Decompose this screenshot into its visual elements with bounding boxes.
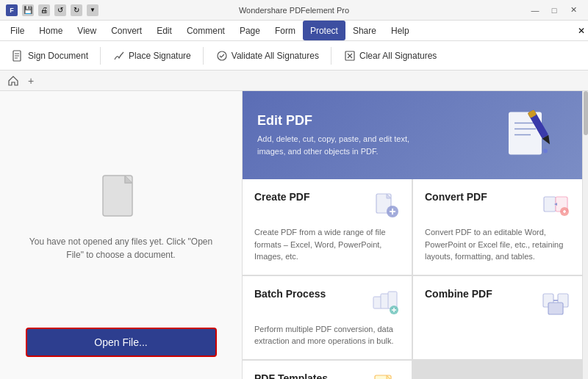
pdf-templates-header: PDF Templates — [254, 372, 400, 380]
menu-comment[interactable]: Comment — [179, 21, 232, 40]
create-pdf-icon — [370, 191, 400, 220]
menu-page[interactable]: Page — [232, 21, 268, 40]
maximize-button[interactable]: □ — [545, 4, 563, 17]
banner-description: Add, delete, cut, copy, paste, and edit … — [257, 133, 434, 157]
app-icon: F — [6, 4, 18, 16]
add-tab-button[interactable]: + — [24, 73, 38, 88]
menu-share[interactable]: Share — [345, 21, 384, 40]
toolbar-divider-2 — [203, 47, 204, 65]
clear-all-label: Clear All Signatures — [359, 51, 437, 61]
tab-bar: + — [0, 71, 588, 91]
toolbar-icon-2[interactable]: 🖨 — [38, 4, 50, 16]
open-file-button[interactable]: Open File... — [26, 328, 217, 357]
title-bar: F 💾 🖨 ↺ ↻ ▼ Wondershare PDFelement Pro —… — [0, 0, 588, 21]
empty-state-text: You have not opened any files yet. Click… — [26, 235, 217, 261]
left-panel: You have not opened any files yet. Click… — [0, 91, 243, 379]
toolbar-divider-1 — [100, 47, 101, 65]
svg-rect-21 — [544, 197, 556, 212]
pdf-templates-title: PDF Templates — [254, 372, 328, 380]
menu-help[interactable]: Help — [384, 21, 417, 40]
clear-all-button[interactable]: Clear All Signatures — [337, 44, 442, 68]
menu-bar: File Home View Convert Edit Comment Page… — [0, 21, 588, 41]
clear-sig-icon — [343, 49, 356, 62]
create-pdf-description: Create PDF from a wide range of file for… — [254, 226, 400, 263]
batch-process-icon — [370, 288, 400, 317]
home-tab-icon[interactable] — [6, 73, 21, 88]
toolbar-icon-3[interactable]: ↺ — [54, 4, 66, 16]
convert-pdf-title: Convert PDF — [425, 191, 487, 203]
create-pdf-card[interactable]: Create PDF Create PDF from a wide range … — [243, 179, 412, 275]
menu-protect[interactable]: Protect — [303, 21, 345, 40]
validate-icon — [215, 49, 229, 62]
scrollbar-thumb[interactable] — [584, 91, 588, 135]
menu-view[interactable]: View — [70, 21, 104, 40]
batch-process-header: Batch Process — [254, 288, 400, 317]
right-panel: Edit PDF Add, delete, cut, copy, paste, … — [243, 91, 582, 379]
create-pdf-header: Create PDF — [254, 191, 400, 220]
place-signature-label: Place Signature — [129, 51, 191, 61]
batch-process-card[interactable]: Batch Process Perform multiple PDF conve… — [243, 276, 412, 359]
toolbar-icon-4[interactable]: ↻ — [71, 4, 82, 16]
cards-grid: Create PDF Create PDF from a wide range … — [243, 179, 582, 379]
toolbar-icon-1[interactable]: 💾 — [22, 4, 34, 16]
combine-pdf-card[interactable]: Combine PDF — [413, 276, 582, 359]
left-panel-content: You have not opened any files yet. Click… — [26, 106, 217, 328]
main-area: You have not opened any files yet. Click… — [0, 91, 588, 379]
place-sig-icon — [112, 49, 126, 62]
place-signature-button[interactable]: Place Signature — [107, 44, 197, 68]
svg-point-16 — [543, 149, 548, 154]
scrollbar[interactable] — [582, 91, 588, 379]
window-controls: — □ ✕ — [526, 4, 582, 17]
toolbar-icon-5[interactable]: ▼ — [87, 4, 98, 16]
toolbar-divider-3 — [331, 47, 331, 65]
menu-home[interactable]: Home — [32, 21, 70, 40]
validate-all-label: Validate All Signatures — [232, 51, 319, 61]
sign-doc-icon — [12, 49, 25, 62]
sign-document-button[interactable]: Sign Document — [6, 44, 94, 68]
close-button[interactable]: ✕ — [564, 4, 582, 17]
minimize-button[interactable]: — — [526, 4, 544, 17]
svg-rect-34 — [548, 303, 563, 314]
pdf-templates-icon — [370, 372, 400, 380]
convert-pdf-card[interactable]: Convert PDF Convert PDF to an editable W… — [413, 179, 582, 275]
convert-pdf-header: Convert PDF — [425, 191, 570, 220]
convert-pdf-icon — [541, 191, 570, 220]
close-panel-btn[interactable]: ✕ — [578, 26, 585, 36]
menu-form[interactable]: Form — [268, 21, 303, 40]
validate-all-button[interactable]: Validate All Signatures — [209, 44, 325, 68]
title-bar-icons: F 💾 🖨 ↺ ↻ ▼ — [6, 4, 98, 16]
batch-process-description: Perform multiple PDF conversion, data ex… — [254, 323, 400, 347]
empty-file-icon — [99, 172, 143, 223]
sign-document-label: Sign Document — [28, 51, 88, 61]
menu-edit[interactable]: Edit — [149, 21, 179, 40]
edit-pdf-banner[interactable]: Edit PDF Add, delete, cut, copy, paste, … — [243, 91, 582, 179]
svg-point-4 — [218, 51, 226, 60]
window-title: Wondershare PDFelement Pro — [239, 6, 349, 15]
batch-process-title: Batch Process — [254, 288, 326, 300]
pdf-templates-card[interactable]: PDF Templates — [243, 361, 412, 380]
banner-illustration — [501, 101, 560, 170]
combine-pdf-header: Combine PDF — [425, 288, 570, 317]
combine-pdf-title: Combine PDF — [425, 288, 492, 300]
protect-toolbar: Sign Document Place Signature Validate A… — [0, 41, 588, 71]
menu-file[interactable]: File — [3, 21, 32, 40]
combine-pdf-icon — [541, 288, 570, 317]
menu-convert[interactable]: Convert — [104, 21, 149, 40]
create-pdf-title: Create PDF — [254, 191, 309, 203]
convert-pdf-description: Convert PDF to an editable Word, PowerPo… — [425, 226, 570, 263]
